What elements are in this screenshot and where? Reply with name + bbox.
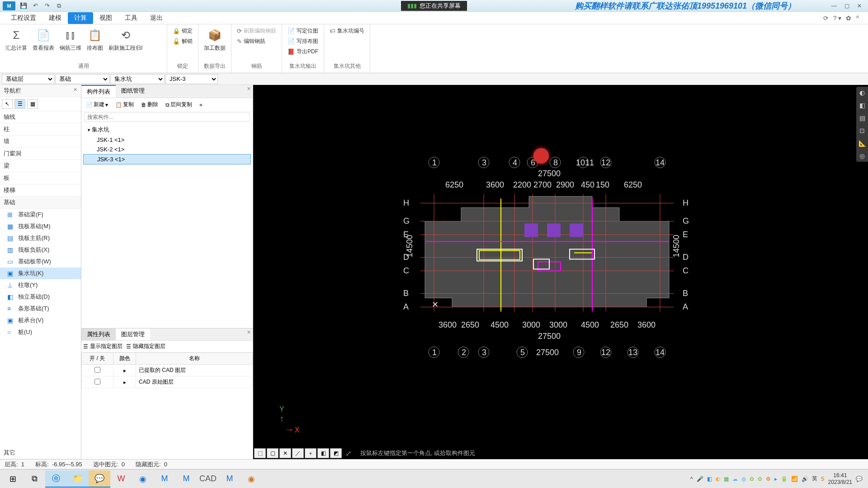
search-input[interactable] <box>84 113 250 122</box>
vt-target-icon[interactable]: ◎ <box>856 150 868 162</box>
btn-copy-component[interactable]: 📋复制 <box>113 100 137 109</box>
taskview-icon[interactable]: ⧉ <box>24 470 45 488</box>
tray-input-icon[interactable]: S <box>821 476 825 482</box>
nav-item-raft[interactable]: ▦筏板基础(M) <box>0 221 81 232</box>
tab-project[interactable]: 工程设置 <box>5 12 42 24</box>
qat-redo-icon[interactable]: ↷ <box>42 1 52 10</box>
tab-calc[interactable]: 计算 <box>68 12 93 24</box>
panel-close-icon[interactable]: ✕ <box>247 86 251 92</box>
vp-btn-7[interactable]: ◩ <box>330 448 342 458</box>
app-icon-1[interactable]: ◉ <box>132 470 154 488</box>
btn-lock[interactable]: 🔒锁定 <box>171 26 194 36</box>
btn-more[interactable]: » <box>197 101 205 109</box>
app-icon-5[interactable]: ◉ <box>241 470 262 488</box>
nav-item-raft-main[interactable]: ▤筏板主筋(R) <box>0 232 81 244</box>
filter-type[interactable]: 集水坑 <box>110 74 165 84</box>
tab-properties[interactable]: 属性列表 <box>81 328 116 340</box>
nav-item-pile-cap[interactable]: ▣桩承台(V) <box>0 314 81 326</box>
tray-app-1[interactable]: ◧ <box>707 476 712 482</box>
vp-btn-5[interactable]: ＋ <box>305 448 316 458</box>
filter-category[interactable]: 基础 <box>55 74 109 84</box>
nav-section-slab[interactable]: 板 <box>0 172 81 184</box>
vp-btn-4[interactable]: ／ <box>292 448 304 458</box>
nav-item-raft-neg[interactable]: ▥筏板负筋(X) <box>0 244 81 256</box>
tray-app-2[interactable]: ◐ <box>716 476 720 482</box>
btn-hide-layer[interactable]: ☰ 隐藏指定图层 <box>126 343 165 350</box>
vt-cube-icon[interactable]: ◧ <box>856 99 868 111</box>
cad-icon[interactable]: CAD <box>197 470 219 488</box>
tray-network-icon[interactable]: 📶 <box>791 476 798 482</box>
btn-unlock[interactable]: 🔓解锁 <box>171 37 194 46</box>
nav-item-pier[interactable]: ⊥柱墩(Y) <box>0 279 81 291</box>
nav-item-foundation-beam[interactable]: ⊞基础梁(F) <box>0 209 81 221</box>
vp-btn-6[interactable]: ◧ <box>317 448 329 458</box>
tab-model[interactable]: 建模 <box>42 12 68 24</box>
filter-component[interactable]: JSK-3 <box>165 74 218 84</box>
tab-view[interactable]: 视图 <box>93 12 118 24</box>
tray-app-7[interactable]: ⚙ <box>766 476 771 482</box>
viewport[interactable]: ◐ ◧ ▤ ⊡ 📐 ◎ 1 3 4 6 8 1011 12 14 27500 <box>253 85 868 459</box>
btn-layout[interactable]: 📋排布图 <box>85 26 105 53</box>
nav-item-pile[interactable]: ○桩(U) <box>0 326 81 338</box>
start-button[interactable]: ⊞ <box>2 470 24 488</box>
nav-section-beam[interactable]: 梁 <box>0 160 81 172</box>
tray-volume-icon[interactable]: 🔊 <box>802 476 808 482</box>
sync-icon[interactable]: ⟳ <box>823 14 829 22</box>
vp-btn-3[interactable]: ✕ <box>279 448 291 458</box>
nav-section-opening[interactable]: 门窗洞 <box>0 148 81 160</box>
tray-app-4[interactable]: ◍ <box>741 476 746 482</box>
nav-section-column[interactable]: 柱 <box>0 123 81 136</box>
tree-root-sump[interactable]: 集水坑 <box>83 124 251 135</box>
tab-drawing-mgmt[interactable]: 图纸管理 <box>116 85 150 98</box>
vt-zoom-icon[interactable]: ⊡ <box>856 125 868 136</box>
close-icon[interactable]: ✕ <box>854 2 865 10</box>
btn-process-data[interactable]: 📦加工数据 <box>202 26 227 53</box>
app-icon-2[interactable]: M <box>154 470 175 488</box>
app-icon-4[interactable]: M <box>219 470 241 488</box>
tray-mic-icon[interactable]: 🎤 <box>697 476 703 482</box>
layer-row[interactable]: ▸ CAD 原始图层 <box>82 376 253 388</box>
nav-section-foundation[interactable]: 基础 <box>0 197 81 209</box>
vt-measure-icon[interactable]: 📐 <box>856 137 868 149</box>
tray-ime-icon[interactable]: 英 <box>812 475 817 483</box>
filter-floor[interactable]: 基础层 <box>2 74 54 84</box>
btn-rebar-3d[interactable]: ⫿⫿钢筋三维 <box>58 26 83 53</box>
tab-exit[interactable]: 退出 <box>144 12 169 24</box>
nav-mode-pointer[interactable]: ↖ <box>2 99 13 109</box>
tree-item-jsk2[interactable]: JSK-2 <1> <box>83 145 251 154</box>
tray-cloud-icon[interactable]: ☁ <box>732 476 738 482</box>
collapse-icon[interactable]: ^ <box>856 14 859 22</box>
nav-mode-list[interactable]: ☰ <box>14 99 25 109</box>
nav-close-icon[interactable]: ✕ <box>73 87 77 95</box>
btn-sump-numbering[interactable]: 🏷集水坑编号 <box>328 26 366 36</box>
explorer-icon[interactable]: 📁 <box>67 470 89 488</box>
tab-component-list[interactable]: 构件列表 <box>81 85 116 98</box>
nav-item-strip[interactable]: ▭基础板带(W) <box>0 256 81 267</box>
nav-item-strip-foot[interactable]: ≡条形基础(T) <box>0 303 81 314</box>
btn-write-layout[interactable]: 📄写排布图 <box>286 37 320 46</box>
btn-dup-floor[interactable]: ⧉层间复制 <box>163 100 195 109</box>
nav-mode-grid[interactable]: ▦ <box>27 99 38 109</box>
tray-clock[interactable]: 16:412023/8/21 <box>828 472 852 485</box>
qat-save-icon[interactable]: 💾 <box>19 1 28 10</box>
nav-item-sump[interactable]: ▣集水坑(K) <box>0 267 81 279</box>
layer-checkbox[interactable] <box>94 367 100 373</box>
btn-delete-component[interactable]: 🗑删除 <box>138 100 161 109</box>
nav-section-other[interactable]: 其它 <box>0 447 81 459</box>
help-icon[interactable]: ? ▾ <box>833 14 842 22</box>
app-icon-3[interactable]: M <box>175 470 197 488</box>
vt-layers-icon[interactable]: ▤ <box>856 112 868 124</box>
btn-view-report[interactable]: 📄查看报表 <box>31 26 56 53</box>
btn-refresh-section[interactable]: ⟲刷新施工段归I <box>107 26 144 53</box>
nav-item-iso-foot[interactable]: ◧独立基础(D) <box>0 291 81 303</box>
nav-section-axis[interactable]: 轴线 <box>0 111 81 123</box>
nav-section-wall[interactable]: 墙 <box>0 136 81 148</box>
vp-btn-2[interactable]: ▢ <box>267 448 278 458</box>
tray-notification-icon[interactable]: 💬 <box>856 476 863 482</box>
pin-icon[interactable]: ✿ <box>846 14 851 22</box>
btn-write-pos[interactable]: 📄写定位图 <box>286 26 320 36</box>
maximize-icon[interactable]: ▢ <box>841 2 853 10</box>
expand-icon[interactable]: ⤢ <box>345 449 351 458</box>
tab-layer-mgmt[interactable]: 图层管理 <box>116 328 150 340</box>
tray-chevron-icon[interactable]: ^ <box>690 476 693 482</box>
